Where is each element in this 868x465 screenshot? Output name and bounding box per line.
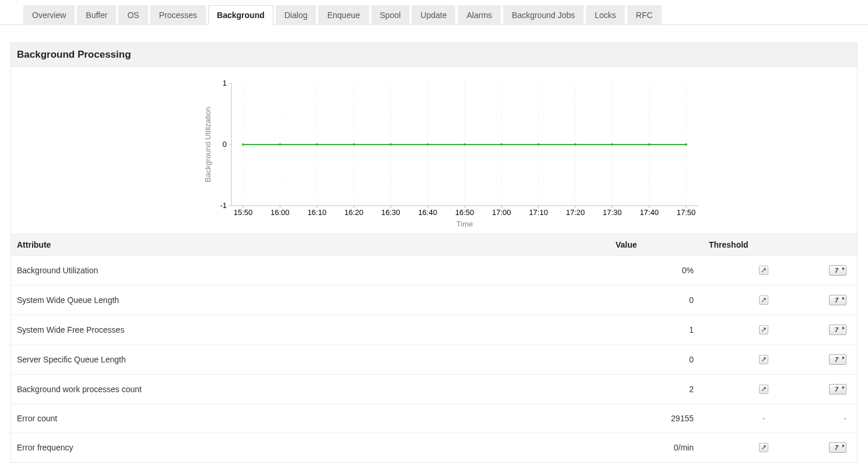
tab-update[interactable]: Update (412, 5, 455, 25)
threshold-cell (705, 375, 822, 404)
svg-point-58 (574, 143, 577, 146)
svg-point-56 (500, 143, 502, 146)
history-button[interactable]: 7 (829, 325, 846, 335)
svg-point-55 (463, 143, 466, 146)
action-cell: 7 (822, 345, 857, 375)
configure-threshold-icon[interactable] (759, 355, 768, 364)
svg-point-53 (389, 143, 392, 146)
configure-threshold-icon[interactable] (759, 443, 768, 452)
attr-cell: Background work processes count (11, 375, 612, 404)
value-cell: 0 (612, 345, 705, 375)
chevron-right-icon (842, 267, 845, 270)
svg-text:17:20: 17:20 (566, 208, 585, 217)
value-cell: 0% (612, 256, 705, 286)
history-label: 7 (835, 326, 838, 333)
svg-point-50 (279, 143, 281, 146)
table-row: Background work processes count27 (11, 375, 857, 404)
configure-threshold-icon[interactable] (759, 385, 768, 394)
tab-buffer[interactable]: Buffer (77, 5, 116, 25)
svg-text:16:00: 16:00 (270, 208, 290, 217)
table-row: Background Utilization0%7 (11, 256, 857, 286)
tab-locks[interactable]: Locks (586, 5, 625, 25)
svg-point-61 (685, 143, 687, 146)
svg-text:16:40: 16:40 (418, 208, 437, 217)
attr-cell: Error count (11, 404, 612, 433)
svg-point-51 (316, 143, 318, 146)
tab-overview[interactable]: Overview (23, 5, 75, 25)
history-button[interactable]: 7 (829, 384, 846, 394)
history-label: 7 (835, 297, 838, 304)
svg-point-54 (427, 143, 429, 146)
svg-text:16:10: 16:10 (307, 208, 326, 217)
action-cell: 7 (822, 433, 857, 463)
history-label: 7 (835, 267, 838, 274)
tab-dialog[interactable]: Dialog (276, 5, 317, 25)
svg-text:16:30: 16:30 (381, 208, 400, 217)
svg-text:17:40: 17:40 (639, 208, 659, 217)
history-button[interactable]: 7 (829, 354, 846, 365)
history-button[interactable]: 7 (829, 295, 846, 305)
action-cell: 7 (822, 375, 857, 404)
col-header-attribute[interactable]: Attribute (11, 234, 612, 256)
configure-threshold-icon[interactable] (759, 295, 768, 305)
value-cell: 29155 (612, 404, 705, 433)
attr-cell: System Wide Free Processes (11, 315, 612, 345)
threshold-cell (705, 286, 822, 315)
action-empty: - (844, 414, 846, 423)
tab-background[interactable]: Background (208, 5, 273, 25)
chevron-right-icon (842, 297, 845, 300)
svg-point-60 (648, 143, 651, 146)
table-row: Server Specific Queue Length07 (11, 345, 857, 375)
svg-point-59 (611, 143, 613, 146)
action-cell: 7 (822, 286, 857, 315)
svg-text:17:50: 17:50 (677, 208, 696, 217)
col-header-value[interactable]: Value (612, 234, 705, 256)
col-header-threshold[interactable]: Threshold (705, 234, 822, 256)
tab-alarms[interactable]: Alarms (458, 5, 501, 25)
threshold-cell: - (705, 404, 822, 433)
svg-point-57 (537, 143, 540, 146)
chevron-right-icon (842, 326, 845, 330)
table-row: Error frequency0/min7 (11, 433, 857, 463)
svg-text:16:20: 16:20 (345, 208, 364, 217)
configure-threshold-icon[interactable] (759, 266, 768, 275)
tab-enqueue[interactable]: Enqueue (318, 5, 368, 25)
svg-point-52 (353, 143, 355, 146)
panel-title: Background Processing (11, 43, 857, 67)
history-label: 7 (835, 444, 838, 451)
history-button[interactable]: 7 (829, 442, 846, 453)
configure-threshold-icon[interactable] (759, 325, 768, 334)
tab-spool[interactable]: Spool (371, 5, 410, 25)
svg-text:Background Utilization: Background Utilization (203, 107, 212, 182)
value-cell: 0/min (612, 433, 705, 463)
value-cell: 2 (612, 375, 705, 404)
threshold-cell (705, 256, 822, 286)
history-label: 7 (835, 356, 838, 363)
chart-container: Background UtilizationTime-10115:5016:00… (11, 67, 857, 234)
attr-cell: Server Specific Queue Length (11, 345, 612, 375)
background-utilization-chart: Background UtilizationTime-10115:5016:00… (11, 72, 711, 229)
threshold-cell (705, 433, 822, 463)
attribute-table: Attribute Value Threshold Background Uti… (11, 234, 857, 462)
action-cell: 7 (822, 256, 857, 286)
svg-text:17:10: 17:10 (529, 208, 548, 217)
svg-text:0: 0 (223, 140, 227, 149)
value-cell: 0 (612, 286, 705, 315)
svg-point-49 (242, 143, 244, 146)
threshold-empty: - (762, 414, 765, 423)
history-label: 7 (835, 386, 838, 393)
tab-background-jobs[interactable]: Background Jobs (503, 5, 584, 25)
threshold-cell (705, 315, 822, 345)
tabs-bar: OverviewBufferOSProcessesBackgroundDialo… (0, 0, 868, 25)
value-cell: 1 (612, 315, 705, 345)
chevron-right-icon (842, 444, 845, 448)
background-panel: Background Processing Background Utiliza… (10, 43, 858, 463)
attr-cell: Background Utilization (11, 256, 612, 286)
tab-rfc[interactable]: RFC (627, 5, 662, 25)
svg-text:15:50: 15:50 (234, 208, 253, 217)
tab-processes[interactable]: Processes (150, 5, 206, 25)
history-button[interactable]: 7 (829, 265, 846, 276)
table-row: Error count29155-- (11, 404, 857, 433)
tab-os[interactable]: OS (118, 5, 147, 25)
svg-text:17:00: 17:00 (492, 208, 511, 217)
